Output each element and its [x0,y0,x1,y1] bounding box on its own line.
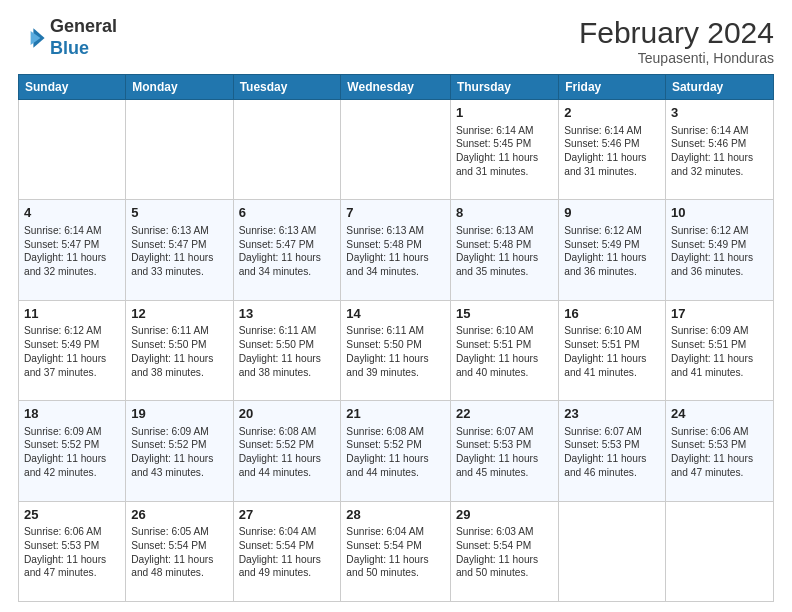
calendar-cell [19,100,126,200]
calendar-cell: 24Sunrise: 6:06 AM Sunset: 5:53 PM Dayli… [665,401,773,501]
logo-icon [18,24,46,52]
calendar-cell: 3Sunrise: 6:14 AM Sunset: 5:46 PM Daylig… [665,100,773,200]
day-info: Sunrise: 6:14 AM Sunset: 5:46 PM Dayligh… [564,125,646,177]
calendar-week-row: 11Sunrise: 6:12 AM Sunset: 5:49 PM Dayli… [19,300,774,400]
logo: General Blue [18,16,117,59]
day-info: Sunrise: 6:13 AM Sunset: 5:47 PM Dayligh… [131,225,213,277]
weekday-header-row: SundayMondayTuesdayWednesdayThursdayFrid… [19,75,774,100]
calendar-cell: 7Sunrise: 6:13 AM Sunset: 5:48 PM Daylig… [341,200,451,300]
day-info: Sunrise: 6:14 AM Sunset: 5:47 PM Dayligh… [24,225,106,277]
day-number: 12 [131,305,227,323]
day-info: Sunrise: 6:08 AM Sunset: 5:52 PM Dayligh… [239,426,321,478]
calendar-cell: 2Sunrise: 6:14 AM Sunset: 5:46 PM Daylig… [559,100,666,200]
calendar-cell: 9Sunrise: 6:12 AM Sunset: 5:49 PM Daylig… [559,200,666,300]
day-number: 3 [671,104,768,122]
calendar-cell: 8Sunrise: 6:13 AM Sunset: 5:48 PM Daylig… [450,200,558,300]
day-info: Sunrise: 6:14 AM Sunset: 5:46 PM Dayligh… [671,125,753,177]
day-number: 28 [346,506,445,524]
calendar-cell: 19Sunrise: 6:09 AM Sunset: 5:52 PM Dayli… [126,401,233,501]
calendar-week-row: 25Sunrise: 6:06 AM Sunset: 5:53 PM Dayli… [19,501,774,601]
calendar-cell: 12Sunrise: 6:11 AM Sunset: 5:50 PM Dayli… [126,300,233,400]
day-number: 26 [131,506,227,524]
calendar-cell: 10Sunrise: 6:12 AM Sunset: 5:49 PM Dayli… [665,200,773,300]
day-number: 13 [239,305,336,323]
day-info: Sunrise: 6:09 AM Sunset: 5:52 PM Dayligh… [24,426,106,478]
calendar-cell [341,100,451,200]
day-number: 17 [671,305,768,323]
day-info: Sunrise: 6:12 AM Sunset: 5:49 PM Dayligh… [24,325,106,377]
day-number: 25 [24,506,120,524]
calendar-cell: 16Sunrise: 6:10 AM Sunset: 5:51 PM Dayli… [559,300,666,400]
day-number: 19 [131,405,227,423]
weekday-header: Thursday [450,75,558,100]
day-info: Sunrise: 6:04 AM Sunset: 5:54 PM Dayligh… [239,526,321,578]
calendar-cell: 23Sunrise: 6:07 AM Sunset: 5:53 PM Dayli… [559,401,666,501]
calendar-table: SundayMondayTuesdayWednesdayThursdayFrid… [18,74,774,602]
day-number: 29 [456,506,553,524]
calendar-cell: 1Sunrise: 6:14 AM Sunset: 5:45 PM Daylig… [450,100,558,200]
calendar-cell: 11Sunrise: 6:12 AM Sunset: 5:49 PM Dayli… [19,300,126,400]
calendar-cell: 4Sunrise: 6:14 AM Sunset: 5:47 PM Daylig… [19,200,126,300]
day-number: 9 [564,204,660,222]
calendar-week-row: 4Sunrise: 6:14 AM Sunset: 5:47 PM Daylig… [19,200,774,300]
day-info: Sunrise: 6:03 AM Sunset: 5:54 PM Dayligh… [456,526,538,578]
day-number: 7 [346,204,445,222]
day-number: 21 [346,405,445,423]
day-info: Sunrise: 6:13 AM Sunset: 5:48 PM Dayligh… [456,225,538,277]
day-number: 24 [671,405,768,423]
day-info: Sunrise: 6:09 AM Sunset: 5:52 PM Dayligh… [131,426,213,478]
logo-blue: Blue [50,38,117,60]
day-info: Sunrise: 6:10 AM Sunset: 5:51 PM Dayligh… [456,325,538,377]
calendar-cell: 28Sunrise: 6:04 AM Sunset: 5:54 PM Dayli… [341,501,451,601]
day-number: 4 [24,204,120,222]
weekday-header: Saturday [665,75,773,100]
calendar-cell: 13Sunrise: 6:11 AM Sunset: 5:50 PM Dayli… [233,300,341,400]
calendar-cell: 6Sunrise: 6:13 AM Sunset: 5:47 PM Daylig… [233,200,341,300]
calendar-cell: 15Sunrise: 6:10 AM Sunset: 5:51 PM Dayli… [450,300,558,400]
day-info: Sunrise: 6:07 AM Sunset: 5:53 PM Dayligh… [456,426,538,478]
day-number: 16 [564,305,660,323]
calendar-cell: 5Sunrise: 6:13 AM Sunset: 5:47 PM Daylig… [126,200,233,300]
calendar-cell: 20Sunrise: 6:08 AM Sunset: 5:52 PM Dayli… [233,401,341,501]
calendar-cell: 18Sunrise: 6:09 AM Sunset: 5:52 PM Dayli… [19,401,126,501]
calendar-cell: 26Sunrise: 6:05 AM Sunset: 5:54 PM Dayli… [126,501,233,601]
day-number: 15 [456,305,553,323]
day-number: 10 [671,204,768,222]
calendar-cell: 25Sunrise: 6:06 AM Sunset: 5:53 PM Dayli… [19,501,126,601]
page-header: General Blue February 2024 Teupasenti, H… [18,16,774,66]
weekday-header: Wednesday [341,75,451,100]
calendar-cell: 21Sunrise: 6:08 AM Sunset: 5:52 PM Dayli… [341,401,451,501]
day-info: Sunrise: 6:11 AM Sunset: 5:50 PM Dayligh… [131,325,213,377]
day-info: Sunrise: 6:11 AM Sunset: 5:50 PM Dayligh… [239,325,321,377]
weekday-header: Monday [126,75,233,100]
weekday-header: Sunday [19,75,126,100]
day-number: 6 [239,204,336,222]
calendar-cell: 14Sunrise: 6:11 AM Sunset: 5:50 PM Dayli… [341,300,451,400]
day-number: 11 [24,305,120,323]
calendar-cell [126,100,233,200]
calendar-week-row: 18Sunrise: 6:09 AM Sunset: 5:52 PM Dayli… [19,401,774,501]
day-info: Sunrise: 6:13 AM Sunset: 5:47 PM Dayligh… [239,225,321,277]
calendar-cell [233,100,341,200]
calendar-cell [559,501,666,601]
day-number: 23 [564,405,660,423]
calendar-cell: 27Sunrise: 6:04 AM Sunset: 5:54 PM Dayli… [233,501,341,601]
logo-general: General [50,16,117,38]
location: Teupasenti, Honduras [579,50,774,66]
day-number: 2 [564,104,660,122]
day-info: Sunrise: 6:06 AM Sunset: 5:53 PM Dayligh… [671,426,753,478]
day-number: 14 [346,305,445,323]
day-info: Sunrise: 6:05 AM Sunset: 5:54 PM Dayligh… [131,526,213,578]
calendar-cell: 17Sunrise: 6:09 AM Sunset: 5:51 PM Dayli… [665,300,773,400]
day-info: Sunrise: 6:09 AM Sunset: 5:51 PM Dayligh… [671,325,753,377]
day-number: 1 [456,104,553,122]
day-number: 27 [239,506,336,524]
day-number: 22 [456,405,553,423]
month-year: February 2024 [579,16,774,50]
day-number: 18 [24,405,120,423]
weekday-header: Tuesday [233,75,341,100]
day-info: Sunrise: 6:10 AM Sunset: 5:51 PM Dayligh… [564,325,646,377]
calendar-cell [665,501,773,601]
day-info: Sunrise: 6:08 AM Sunset: 5:52 PM Dayligh… [346,426,428,478]
day-info: Sunrise: 6:12 AM Sunset: 5:49 PM Dayligh… [671,225,753,277]
